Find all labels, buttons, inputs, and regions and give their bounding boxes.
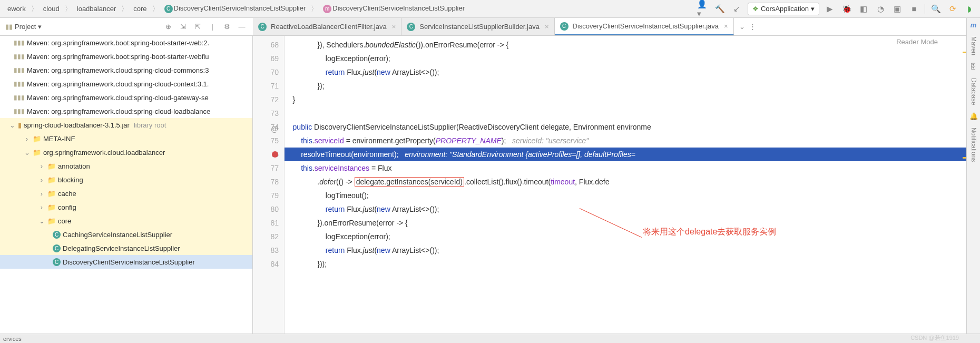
folder-node[interactable]: ›📁annotation	[0, 159, 252, 173]
expand-icon[interactable]: ›	[38, 176, 45, 184]
database-tool-button[interactable]: Database	[970, 78, 977, 105]
line-number[interactable]: 76	[253, 148, 284, 161]
expand-icon[interactable]: ›	[23, 135, 31, 143]
lib-node[interactable]: ▮▮▮Maven: org.springframework.cloud:spri…	[0, 91, 252, 104]
line-number[interactable]: 72	[253, 93, 284, 106]
build-button[interactable]: 🔨	[714, 3, 727, 15]
coverage-button[interactable]: ◧	[857, 3, 870, 15]
code-line[interactable]: }));	[285, 257, 980, 271]
crumb[interactable]: core	[130, 4, 150, 14]
breakpoint-icon[interactable]	[272, 151, 278, 158]
gear-icon[interactable]: ⚙	[221, 21, 233, 33]
collapse-all-button[interactable]: ⇱	[192, 21, 203, 33]
line-number[interactable]: 78	[253, 175, 284, 189]
expand-icon[interactable]: ›	[38, 162, 45, 170]
marker-icon[interactable]	[963, 157, 966, 159]
close-icon[interactable]: ×	[392, 23, 396, 31]
lib-node[interactable]: ▮▮▮Maven: org.springframework.boot:sprin…	[0, 50, 252, 63]
code-line-current[interactable]: resolveTimeout(environment); environment…	[285, 148, 980, 161]
maven-tool-icon[interactable]: m	[971, 21, 977, 29]
expand-icon[interactable]: ⌄	[8, 121, 16, 129]
code-line[interactable]	[285, 106, 980, 120]
line-number[interactable]: 81	[253, 216, 284, 230]
line-number[interactable]: 82	[253, 230, 284, 243]
folder-node[interactable]: ›📁blocking	[0, 173, 252, 187]
line-number[interactable]: 69	[253, 52, 284, 65]
line-number[interactable]: 83	[253, 243, 284, 257]
editor-tab[interactable]: CReactiveLoadBalancerClientFilter.java×	[253, 18, 401, 35]
line-number[interactable]: 73	[253, 106, 284, 120]
run-button[interactable]: ▶	[824, 3, 836, 15]
code-line[interactable]: });	[285, 79, 980, 93]
line-number[interactable]: 80	[253, 202, 284, 216]
sync-button[interactable]: ⟳	[946, 3, 959, 15]
package-node[interactable]: ⌄📁org.springframework.cloud.loadbalancer	[0, 145, 252, 159]
database-tool-icon[interactable]: 🗄	[970, 63, 977, 71]
class-node[interactable]: CDelegatingServiceInstanceListSupplier	[0, 241, 252, 255]
code-line[interactable]: public DiscoveryClientServiceInstanceLis…	[285, 120, 980, 134]
gutter[interactable]: 68 69 70 71 72 73 @74 75 76 77 78 79 80 …	[253, 36, 285, 334]
debug-button[interactable]: 🐞	[840, 3, 853, 15]
lib-node[interactable]: ▮▮▮Maven: org.springframework.cloud:spri…	[0, 63, 252, 77]
class-node-selected[interactable]: CDiscoveryClientServiceInstanceListSuppl…	[0, 255, 252, 269]
select-opened-file-button[interactable]: ⊕	[162, 21, 174, 33]
expand-icon[interactable]: ›	[38, 203, 45, 211]
user-icon[interactable]: 👤▾	[697, 3, 710, 15]
line-number[interactable]: 70	[253, 65, 284, 79]
code-line[interactable]: logException(error);	[285, 52, 980, 65]
search-button[interactable]: 🔍	[929, 3, 942, 15]
profile-button[interactable]: ◔	[874, 3, 887, 15]
notifications-tool-icon[interactable]: 🔔	[969, 112, 978, 120]
code-line[interactable]: }).onErrorResume(error -> {	[285, 216, 980, 230]
line-number[interactable]: 84	[253, 257, 284, 271]
folder-node[interactable]: ›📁config	[0, 200, 252, 214]
lib-node[interactable]: ▮▮▮Maven: org.springframework.cloud:spri…	[0, 104, 252, 118]
editor-tab[interactable]: CServiceInstanceListSupplierBuilder.java…	[401, 18, 554, 35]
project-tree[interactable]: ▮▮▮Maven: org.springframework.boot:sprin…	[0, 36, 253, 334]
project-view-selector[interactable]: ▮▮ Project ▾	[5, 23, 42, 31]
code-line[interactable]: .defer(() -> delegate.getInstances(servi…	[285, 175, 980, 189]
class-node[interactable]: CCachingServiceInstanceListSupplier	[0, 228, 252, 241]
marker-icon[interactable]	[963, 52, 966, 53]
code-editor[interactable]: Reader Mode 68 69 70 71 72 73 @74 75 76 …	[253, 36, 980, 334]
editor-tab-active[interactable]: CDiscoveryClientServiceInstanceListSuppl…	[555, 18, 734, 35]
code-line[interactable]: this.serviceId = environment.getProperty…	[285, 134, 980, 148]
folder-node[interactable]: ›📁META-INF	[0, 132, 252, 145]
maven-tool-button[interactable]: Maven	[970, 36, 977, 55]
ide-button[interactable]: ◗	[963, 3, 976, 15]
code-line[interactable]: logTimeout();	[285, 189, 980, 202]
expand-icon[interactable]: ›	[38, 190, 45, 198]
line-number[interactable]: 68	[253, 38, 284, 52]
line-number[interactable]: 79	[253, 189, 284, 202]
code-line[interactable]: this.serviceInstances = Flux	[285, 161, 980, 175]
lib-node[interactable]: ▮▮▮Maven: org.springframework.cloud:spri…	[0, 77, 252, 91]
lib-node[interactable]: ▮▮▮Maven: org.springframework.boot:sprin…	[0, 36, 252, 50]
hide-button[interactable]: —	[236, 21, 248, 33]
code-line[interactable]: }), Schedulers.boundedElastic()).onError…	[285, 38, 980, 52]
close-icon[interactable]: ×	[545, 23, 549, 31]
chevron-down-icon[interactable]: ⌄	[739, 23, 745, 31]
crumb[interactable]: ework	[4, 4, 29, 14]
more-icon[interactable]: ⋮	[749, 23, 756, 31]
run-config-selector[interactable]: ❖ CorsApplication ▾	[748, 3, 819, 15]
reader-mode-toggle[interactable]: Reader Mode	[896, 38, 938, 46]
expand-icon[interactable]: ⌄	[23, 149, 31, 156]
expand-icon[interactable]: ⌄	[38, 217, 45, 225]
folder-node[interactable]: ⌄📁core	[0, 214, 252, 228]
close-icon[interactable]: ×	[724, 22, 728, 30]
expand-all-button[interactable]: ⇲	[177, 21, 189, 33]
line-number[interactable]: 77	[253, 161, 284, 175]
folder-node[interactable]: ›📁cache	[0, 187, 252, 200]
crumb-method[interactable]: mDiscoveryClientServiceInstanceListSuppl…	[320, 3, 468, 14]
code-line[interactable]: return Flux.just(new ArrayList<>());	[285, 202, 980, 216]
notifications-tool-button[interactable]: Notifications	[970, 128, 977, 162]
jar-node[interactable]: ⌄▮spring-cloud-loadbalancer-3.1.5.jarlib…	[0, 118, 252, 132]
code-line[interactable]: }	[285, 93, 980, 106]
code-line[interactable]: logException(error);	[285, 230, 980, 243]
code-area[interactable]: }), Schedulers.boundedElastic()).onError…	[285, 36, 980, 334]
crumb[interactable]: cloud	[40, 4, 63, 14]
code-line[interactable]: return Flux.just(new ArrayList<>());	[285, 65, 980, 79]
stop-button[interactable]: ■	[908, 3, 920, 15]
line-number[interactable]: 71	[253, 79, 284, 93]
crumb[interactable]: loadbalancer	[74, 4, 119, 14]
